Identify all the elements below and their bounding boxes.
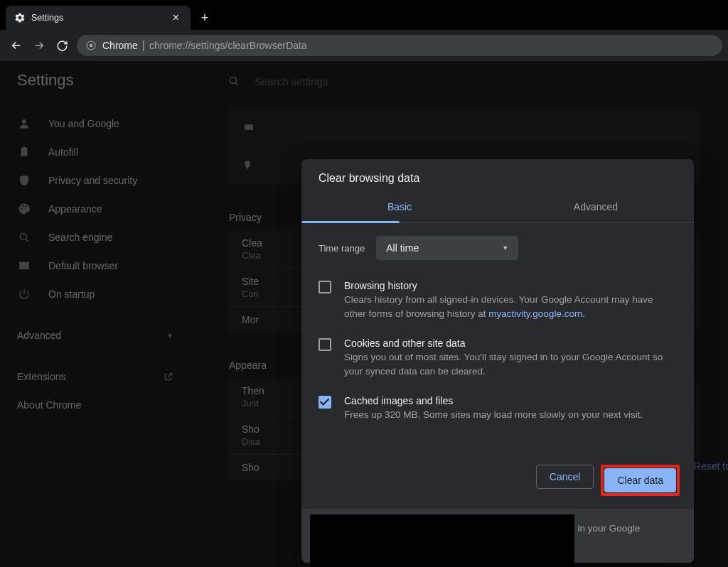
option-cookies[interactable]: Cookies and other site data Signs you ou… <box>318 330 677 388</box>
svg-rect-4 <box>23 147 26 149</box>
checkbox[interactable] <box>318 338 331 351</box>
sidebar-item-privacy[interactable]: Privacy and security <box>0 166 199 195</box>
settings-page: Settings You and Google Autofill Privacy… <box>0 61 728 567</box>
forward-button[interactable] <box>28 35 50 56</box>
time-range-value: All time <box>386 242 419 254</box>
url-path: chrome://settings/clearBrowserData <box>149 40 307 51</box>
chrome-icon <box>85 40 97 51</box>
clipboard-icon <box>17 145 31 159</box>
sidebar-item-label: Extensions <box>17 371 65 382</box>
option-title: Cookies and other site data <box>344 338 677 349</box>
address-bar[interactable]: Chrome | chrome://settings/clearBrowserD… <box>77 35 722 56</box>
option-browsing-history[interactable]: Browsing history Clears history from all… <box>318 273 677 330</box>
new-tab-button[interactable]: + <box>195 8 215 28</box>
card-icon <box>242 122 256 133</box>
svg-rect-7 <box>19 262 29 264</box>
svg-point-1 <box>90 44 93 48</box>
time-range-label: Time range <box>318 243 365 254</box>
myactivity-link[interactable]: myactivity.google.com <box>488 308 582 319</box>
dialog-tabs: Basic Advanced <box>301 190 694 223</box>
shield-icon <box>17 173 31 188</box>
redacted-region <box>310 514 574 567</box>
sidebar-item-label: Appearance <box>48 203 102 215</box>
page-title: Settings <box>0 71 199 90</box>
sidebar-advanced[interactable]: Advanced ▼ <box>0 321 199 350</box>
svg-point-8 <box>230 77 236 83</box>
time-range-select[interactable]: All time ▼ <box>376 236 518 260</box>
palette-icon <box>17 202 31 216</box>
sidebar-item-default-browser[interactable]: Default browser <box>0 252 199 280</box>
list-item[interactable] <box>228 108 700 146</box>
sidebar-item-autofill[interactable]: Autofill <box>0 138 199 166</box>
sidebar-item-you-and-google[interactable]: You and Google <box>0 109 199 138</box>
sidebar-item-appearance[interactable]: Appearance <box>0 195 199 223</box>
chevron-down-icon: ▼ <box>502 244 508 252</box>
reset-link[interactable]: Reset to <box>694 460 728 472</box>
browser-toolbar: Chrome | chrome://settings/clearBrowserD… <box>0 30 728 61</box>
sidebar-item-label: You and Google <box>48 118 119 129</box>
dialog-title: Clear browsing data <box>301 159 694 190</box>
tab-basic[interactable]: Basic <box>301 190 498 222</box>
sidebar-item-on-startup[interactable]: On startup <box>0 280 199 308</box>
tab-advanced[interactable]: Advanced <box>498 190 694 222</box>
svg-point-2 <box>22 119 26 124</box>
svg-rect-3 <box>21 148 28 156</box>
close-icon[interactable]: × <box>170 11 182 24</box>
power-icon <box>17 287 31 301</box>
gear-icon <box>14 12 26 23</box>
checkbox[interactable] <box>318 396 331 409</box>
reload-button[interactable] <box>51 35 73 56</box>
sidebar-item-label: Autofill <box>48 146 78 158</box>
sidebar-extensions[interactable]: Extensions <box>0 362 199 391</box>
search-icon <box>17 230 31 244</box>
person-icon <box>17 117 31 131</box>
option-description: Signs you out of most sites. You'll stay… <box>344 350 677 378</box>
search-input[interactable] <box>255 75 468 87</box>
checkbox[interactable] <box>318 281 331 293</box>
settings-sidebar: Settings You and Google Autofill Privacy… <box>0 61 199 567</box>
annotation-highlight: Clear data <box>601 465 680 496</box>
chevron-down-icon: ▼ <box>166 332 173 340</box>
option-description: Frees up 320 MB. Some sites may load mor… <box>344 408 643 422</box>
search-icon <box>228 75 240 87</box>
sidebar-item-search-engine[interactable]: Search engine <box>0 223 199 252</box>
back-button[interactable] <box>6 35 27 56</box>
browser-tab[interactable]: Settings × <box>6 6 191 30</box>
sidebar-about[interactable]: About Chrome <box>0 391 199 419</box>
url-host: Chrome <box>102 40 138 51</box>
option-cached[interactable]: Cached images and files Frees up 320 MB.… <box>318 388 677 432</box>
option-title: Browsing history <box>344 280 677 291</box>
sidebar-item-label: About Chrome <box>17 399 81 411</box>
svg-point-5 <box>20 233 26 239</box>
tab-strip: Settings × + <box>0 0 728 30</box>
cancel-button[interactable]: Cancel <box>536 465 594 489</box>
sidebar-item-label: Default browser <box>48 260 118 271</box>
sidebar-item-label: On startup <box>48 288 95 300</box>
tab-title: Settings <box>31 13 170 23</box>
clear-data-button[interactable]: Clear data <box>604 468 676 492</box>
sidebar-item-label: Privacy and security <box>48 175 137 186</box>
open-external-icon <box>164 372 173 382</box>
browser-icon <box>17 259 31 273</box>
sidebar-item-label: Search engine <box>48 232 112 243</box>
clear-browsing-data-dialog: Clear browsing data Basic Advanced Time … <box>301 159 694 563</box>
option-description: Clears history from all signed-in device… <box>344 293 677 320</box>
option-title: Cached images and files <box>344 395 643 406</box>
svg-rect-9 <box>245 124 253 130</box>
pin-icon <box>242 158 256 173</box>
sidebar-item-label: Advanced <box>17 330 61 341</box>
